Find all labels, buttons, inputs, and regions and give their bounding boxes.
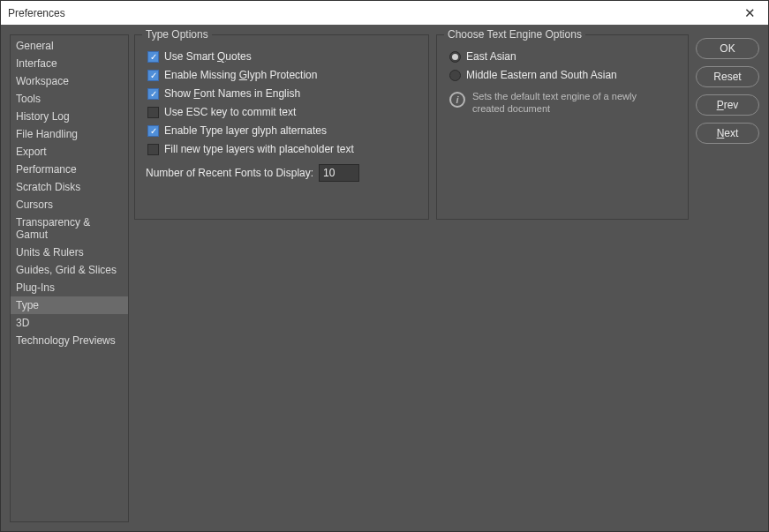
next-button[interactable]: Next [696,123,759,144]
placeholder-fill-label: Fill new type layers with placeholder te… [164,143,354,155]
check-icon: ✓ [147,70,159,81]
me-sa-radio-row[interactable]: Middle Eastern and South Asian [448,66,677,85]
font-names-english-checkbox-row[interactable]: ✓ Show Font Names in English [146,85,418,103]
me-sa-label: Middle Eastern and South Asian [466,69,617,81]
glyph-protection-label: Enable Missing Glyph Protection [164,69,317,81]
preferences-dialog: Preferences ✕ General Interface Workspac… [0,0,769,532]
sidebar-item-guides-grid-slices[interactable]: Guides, Grid & Slices [11,261,128,279]
ok-button[interactable]: OK [696,38,759,59]
prev-button[interactable]: Prev [696,94,759,116]
east-asian-label: East Asian [466,50,516,63]
check-icon: ✓ [147,125,159,137]
close-icon[interactable]: ✕ [738,4,761,22]
engine-info: i Sets the default text engine of a newl… [448,85,677,120]
sidebar-item-tools[interactable]: Tools [11,90,128,108]
placeholder-fill-checkbox-row[interactable]: Fill new type layers with placeholder te… [146,140,418,159]
sidebar-item-interface[interactable]: Interface [11,55,128,72]
recent-fonts-input[interactable] [319,164,359,182]
sidebar-item-3d[interactable]: 3D [11,314,128,332]
smart-quotes-label: Use Smart Quotes [164,50,252,63]
main-panel: Type Options ✓ Use Smart Quotes ✓ Enable… [134,34,759,522]
sidebar-item-plug-ins[interactable]: Plug-Ins [11,279,128,296]
sidebar-item-cursors[interactable]: Cursors [11,196,128,214]
sidebar-item-performance[interactable]: Performance [11,161,128,178]
radio-icon [449,51,461,63]
sidebar-item-units-rulers[interactable]: Units & Rulers [11,244,128,261]
sidebar-item-history-log[interactable]: History Log [11,108,128,125]
esc-commit-checkbox-row[interactable]: Use ESC key to commit text [146,103,418,122]
sidebar-item-scratch-disks[interactable]: Scratch Disks [11,178,128,196]
type-options-group: Type Options ✓ Use Smart Quotes ✓ Enable… [134,34,429,220]
sidebar-item-workspace[interactable]: Workspace [11,72,128,90]
font-names-english-label: Show Font Names in English [164,87,300,100]
reset-button[interactable]: Reset [696,66,759,87]
smart-quotes-checkbox-row[interactable]: ✓ Use Smart Quotes [146,48,418,66]
text-engine-group: Choose Text Engine Options East Asian Mi… [436,34,689,220]
titlebar: Preferences ✕ [1,1,768,26]
check-icon: ✓ [147,88,159,100]
sidebar-item-file-handling[interactable]: File Handling [11,125,128,143]
glyph-protection-checkbox-row[interactable]: ✓ Enable Missing Glyph Protection [146,66,418,85]
window-title: Preferences [8,7,65,19]
glyph-alternates-label: Enable Type layer glyph alternates [164,124,327,137]
dialog-buttons: OK Reset Prev Next [696,34,759,144]
check-icon: ✓ [147,51,159,63]
sidebar-item-type[interactable]: Type [11,296,128,314]
sidebar-item-technology-previews[interactable]: Technology Previews [11,332,128,349]
type-options-title: Type Options [142,28,212,41]
glyph-alternates-checkbox-row[interactable]: ✓ Enable Type layer glyph alternates [146,122,418,140]
sidebar-item-general[interactable]: General [11,37,128,55]
text-engine-title: Choose Text Engine Options [444,28,585,41]
radio-icon [449,70,461,81]
info-icon: i [449,92,465,108]
check-icon [147,144,159,155]
recent-fonts-row: Number of Recent Fonts to Display: [146,159,418,182]
check-icon [147,107,159,118]
esc-commit-label: Use ESC key to commit text [164,106,296,118]
recent-fonts-label: Number of Recent Fonts to Display: [146,167,313,179]
engine-info-text: Sets the default text engine of a newly … [472,90,667,115]
sidebar-item-transparency-gamut[interactable]: Transparency & Gamut [11,214,128,244]
east-asian-radio-row[interactable]: East Asian [448,48,677,66]
sidebar-item-export[interactable]: Export [11,143,128,161]
dialog-body: General Interface Workspace Tools Histor… [1,26,768,531]
sidebar: General Interface Workspace Tools Histor… [10,34,129,522]
